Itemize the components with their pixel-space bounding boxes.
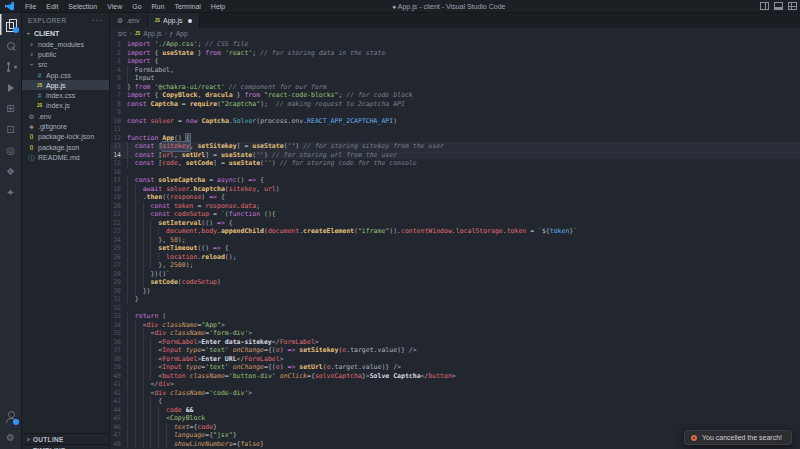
code-line[interactable]: 45<CopyBlock (110, 414, 800, 423)
code-line[interactable]: 43{ (110, 397, 800, 406)
timeline-section[interactable]: › TIMELINE (22, 444, 109, 449)
menu-edit[interactable]: Edit (41, 3, 63, 10)
file--env[interactable]: ⚙.env (22, 111, 109, 121)
menu-go[interactable]: Go (127, 3, 146, 10)
code-line[interactable]: 32 (110, 304, 800, 313)
activity-explorer-button[interactable] (0, 14, 21, 35)
code-line[interactable]: 37<Input type='text' onChange={(e) => se… (110, 346, 800, 355)
code-line[interactable]: 23document.body.appendChild(document.cre… (110, 227, 800, 236)
vscode-logo-icon[interactable] (5, 2, 14, 11)
chevron-right-icon: › (25, 446, 32, 449)
code-line[interactable]: 11 (110, 125, 800, 134)
breadcrumb-item-app[interactable]: App (176, 30, 188, 37)
code-line[interactable]: 38<FormLabel>Enter URL</FormLabel> (110, 355, 800, 364)
menu-file[interactable]: File (20, 3, 41, 10)
code-line[interactable]: 12function App() { (110, 134, 800, 143)
folder-node-modules[interactable]: ›node_modules (22, 39, 109, 49)
code-line[interactable]: 25setTimeout(() => { (110, 244, 800, 253)
file-app-js[interactable]: JSApp.js (22, 80, 109, 90)
explorer-actions-button[interactable]: ··· (92, 16, 103, 25)
code-line[interactable]: 9 (110, 108, 800, 117)
activity-settings-gear-button[interactable]: ⚙ (0, 427, 21, 448)
menu-view[interactable]: View (102, 3, 127, 10)
code-line[interactable]: 13const [sitekey, setSitekey] = useState… (110, 142, 800, 151)
code-line[interactable]: 24}, 50); (110, 236, 800, 245)
code-line[interactable]: 30}) (110, 287, 800, 296)
code-line[interactable]: 21const codeSetup = `(function (){ (110, 210, 800, 219)
tab--env[interactable]: ⚙.env (110, 13, 148, 28)
activity-extensions-button[interactable]: ⊞ (0, 98, 21, 119)
code-line[interactable]: 8const Captcha = require("2captcha"); //… (110, 100, 800, 109)
token: Input (162, 346, 182, 355)
titlebar-layout-actions (760, 2, 797, 10)
file--gitignore[interactable]: ◈.gitignore (22, 121, 109, 131)
file-index-js[interactable]: JSindex.js (22, 101, 109, 111)
notification-toast[interactable]: You cancelled the search! (684, 430, 792, 445)
code-line[interactable]: 16 (110, 168, 800, 177)
outline-section[interactable]: › OUTLINE (22, 433, 109, 444)
activity-remote-explorer-button[interactable]: ⊡ (0, 119, 21, 140)
activity-account-button[interactable] (0, 406, 21, 427)
code-line[interactable]: 6} from '@chakra-ui/react' // component … (110, 83, 800, 92)
code-line[interactable]: 36<FormLabel>Enter data-sitekey</FormLab… (110, 338, 800, 347)
code-line[interactable]: 26location.reload(); (110, 253, 800, 262)
activity-live-server-button[interactable]: ◎ (0, 140, 21, 161)
code-editor[interactable]: 1import './App.css'; // CSS file2import … (110, 39, 800, 449)
line-number: 39 (110, 363, 127, 372)
code-line[interactable]: 31} (110, 295, 800, 304)
code-line[interactable]: 10const solver = new Captcha.Solver(proc… (110, 117, 800, 126)
folder-public[interactable]: ›public (22, 49, 109, 59)
code-line[interactable]: 22setInterval(() => { (110, 219, 800, 228)
breadcrumb-item-src[interactable]: src (118, 30, 127, 37)
file-app-css[interactable]: #App.css (22, 70, 109, 80)
customize-layout-icon[interactable] (788, 2, 797, 10)
activity-run-debug-button[interactable] (0, 77, 21, 98)
code-line[interactable]: 29setCode(codeSetup) (110, 278, 800, 287)
code-line[interactable]: 3import { (110, 57, 800, 66)
code-line[interactable]: 18await solver.hcaptcha(sitekey, url) (110, 185, 800, 194)
code-line[interactable]: 40<button className='button-div' onClick… (110, 372, 800, 381)
code-line[interactable]: 7import { CopyBlock, dracula } from "rea… (110, 91, 800, 100)
toggle-panel-icon[interactable] (774, 2, 783, 10)
file-package-json[interactable]: {}package.json (22, 142, 109, 152)
file-readme-md[interactable]: ⓘREADME.md (22, 152, 109, 162)
token: // making request to 2captcha API (276, 100, 405, 109)
file-index-css[interactable]: #index.css (22, 90, 109, 100)
code-line[interactable]: 42<div className='code-div'> (110, 389, 800, 398)
code-line[interactable]: 39<Input type='text' onChange={(e) => se… (110, 363, 800, 372)
code-line[interactable]: 34<div className="App"> (110, 321, 800, 330)
code-line[interactable]: 1import './App.css'; // CSS file (110, 40, 800, 49)
code-line[interactable]: 4FormLabel, (110, 66, 800, 75)
folder-src[interactable]: ›src (22, 60, 109, 70)
menu-help[interactable]: Help (206, 3, 230, 10)
token: const (127, 100, 147, 109)
activity-search-button[interactable] (0, 35, 21, 56)
explorer-root-client[interactable]: › CLIENT (22, 28, 109, 39)
code-line[interactable]: 33return ( (110, 312, 800, 321)
menu-run[interactable]: Run (147, 3, 170, 10)
tab-app-js[interactable]: JSApp.js (148, 13, 200, 28)
code-line[interactable]: 2import { useState } from 'react'; // fo… (110, 49, 800, 58)
code-line[interactable]: 41</div> (110, 380, 800, 389)
code-line[interactable]: 35<div className='form-div'> (110, 329, 800, 338)
code-line[interactable]: 28})()` (110, 270, 800, 279)
breadcrumb-item-app-js[interactable]: App.js (143, 30, 161, 37)
activity-bar-top: ⊞⊡◎❖✦ (0, 14, 21, 203)
menu-terminal[interactable]: Terminal (169, 3, 205, 10)
file-package-lock-json[interactable]: {}package-lock.json (22, 132, 109, 142)
code-line[interactable]: 14const [url, setUrl] = useState('') // … (110, 151, 800, 160)
code-line[interactable]: 19.then((response) => { (110, 193, 800, 202)
activity-source-control-button[interactable] (0, 56, 21, 77)
code-line[interactable]: 17const solveCaptcha = async() => { (110, 176, 800, 185)
code-line[interactable]: 27}, 2500); (110, 261, 800, 270)
line-number: 45 (110, 414, 127, 423)
code-line[interactable]: 5Input (110, 74, 800, 83)
menu-selection[interactable]: Selection (63, 3, 102, 10)
activity-paw-button[interactable]: ✦ (0, 182, 21, 203)
code-line[interactable]: 15const [code, setCode] = useState('') /… (110, 159, 800, 168)
code-line[interactable]: 44code && (110, 406, 800, 415)
line-number: 17 (110, 176, 127, 185)
split-editor-icon[interactable] (760, 2, 769, 10)
activity-blocks-button[interactable]: ❖ (0, 161, 21, 182)
code-line[interactable]: 20const token = response.data; (110, 202, 800, 211)
